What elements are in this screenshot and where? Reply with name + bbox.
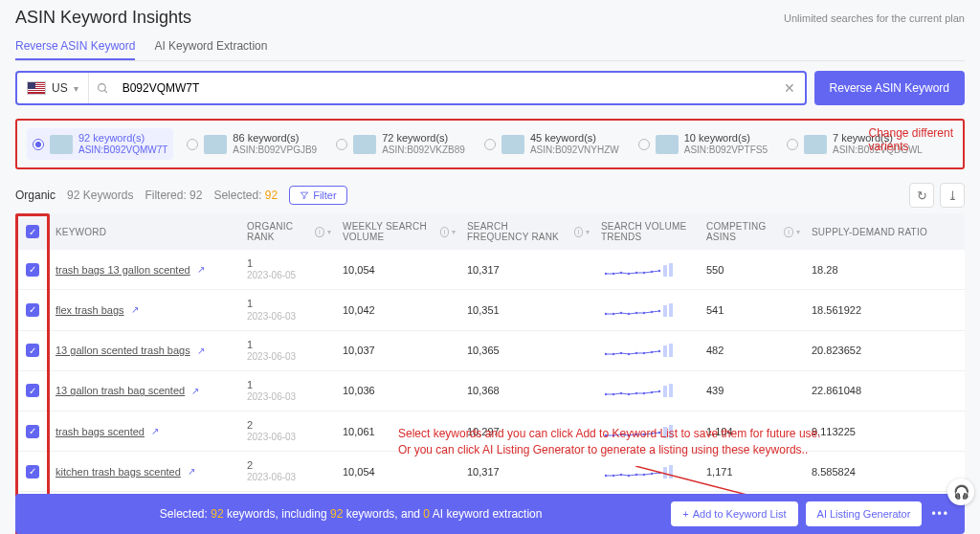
tab-1[interactable]: AI Keyword Extraction xyxy=(154,33,267,60)
variant-asin: ASIN:B092VPGJB9 xyxy=(233,145,317,156)
svg-rect-50 xyxy=(663,427,667,438)
variant-kw-count: 45 keyword(s) xyxy=(530,132,619,145)
variant-card-1[interactable]: 86 keyword(s) ASIN:B092VPGJB9 xyxy=(181,128,323,160)
sfr-value: 10,365 xyxy=(461,337,595,364)
wsv-value: 10,036 xyxy=(337,377,461,404)
sfr-value: 10,368 xyxy=(461,377,595,404)
keyword-link[interactable]: 13 gallon scented trash bags xyxy=(56,345,190,356)
more-menu[interactable]: ••• xyxy=(931,507,949,521)
external-link-icon[interactable]: ↗ xyxy=(197,345,205,356)
rank-date: 2023-06-03 xyxy=(247,311,296,323)
col-keyword[interactable]: KEYWORD xyxy=(56,227,106,237)
sdr-value: 22.861048 xyxy=(806,377,965,404)
row-checkbox[interactable] xyxy=(26,344,39,357)
plan-text: Unlimited searches for the current plan xyxy=(784,12,965,24)
variant-kw-count: 10 keyword(s) xyxy=(684,132,768,145)
svg-rect-40 xyxy=(663,386,667,397)
selected-label: Selected: 92 xyxy=(213,189,278,202)
sfr-value: 10,317 xyxy=(461,256,595,283)
svg-point-0 xyxy=(98,83,105,91)
asin-search-input[interactable] xyxy=(117,73,774,103)
sdr-value: 18.28 xyxy=(806,256,965,283)
ai-listing-generator-button[interactable]: AI Listing Generator xyxy=(806,501,923,526)
rank-date: 2023-06-03 xyxy=(247,432,296,443)
country-select[interactable]: US ▾ xyxy=(17,73,89,103)
variant-card-0[interactable]: 92 keyword(s) ASIN:B092VQMW7T xyxy=(27,128,173,160)
sort-icon[interactable]: ▾ xyxy=(586,228,590,236)
external-link-icon[interactable]: ↗ xyxy=(151,426,159,436)
col-search-frequency-rank[interactable]: SEARCH FREQUENCY RANK xyxy=(467,221,571,242)
external-link-icon[interactable]: ↗ xyxy=(197,264,205,275)
selection-bar: Selected: 92 keywords, including 92 keyw… xyxy=(15,494,965,534)
sparkline xyxy=(601,261,678,278)
info-icon[interactable]: i xyxy=(574,227,583,237)
product-thumb xyxy=(204,135,227,154)
row-checkbox[interactable] xyxy=(26,384,39,397)
organic-label: Organic xyxy=(15,189,56,202)
table-header: KEYWORD ORGANIC RANKi▾ WEEKLY SEARCH VOL… xyxy=(15,213,965,250)
sort-icon[interactable]: ▾ xyxy=(796,228,800,236)
reverse-asin-button[interactable]: Reverse ASIN Keyword xyxy=(814,71,965,105)
external-link-icon[interactable]: ↗ xyxy=(191,386,199,396)
variant-kw-count: 92 keyword(s) xyxy=(78,132,167,145)
refresh-button[interactable]: ↻ xyxy=(909,183,934,208)
add-to-keyword-list-button[interactable]: +Add to Keyword List xyxy=(671,501,797,526)
help-float-button[interactable]: 🎧 xyxy=(947,478,974,505)
tab-0[interactable]: Reverse ASIN Keyword xyxy=(15,33,135,60)
row-checkbox[interactable] xyxy=(26,263,39,277)
keyword-link[interactable]: trash bags 13 gallon scented xyxy=(56,264,190,276)
sfr-value: 10,317 xyxy=(461,458,595,485)
col-weekly-search-volume[interactable]: WEEKLY SEARCH VOLUME xyxy=(343,221,437,242)
info-icon[interactable]: i xyxy=(315,227,324,237)
competing-asins-value: 482 xyxy=(701,337,806,364)
rank-date: 2023-06-03 xyxy=(247,472,296,483)
keyword-link[interactable]: flex trash bags xyxy=(56,304,124,316)
product-thumb xyxy=(656,135,679,154)
col-search-volume-trends: SEARCH VOLUME TRENDS xyxy=(601,221,695,242)
external-link-icon[interactable]: ↗ xyxy=(188,466,195,477)
col-competing-asins[interactable]: COMPETING ASINS xyxy=(706,221,781,242)
variant-asin: ASIN:B092VKZB89 xyxy=(382,145,465,156)
rank-date: 2023-06-05 xyxy=(247,270,296,281)
competing-asins-value: 550 xyxy=(701,256,806,283)
filter-button[interactable]: Filter xyxy=(289,186,346,205)
total-keywords: 92 Keywords xyxy=(67,189,133,202)
row-checkbox[interactable] xyxy=(26,465,39,478)
select-all-checkbox[interactable] xyxy=(26,225,39,238)
external-link-icon[interactable]: ↗ xyxy=(131,304,139,315)
wsv-value: 10,037 xyxy=(337,337,461,364)
product-thumb xyxy=(804,135,827,154)
row-checkbox[interactable] xyxy=(26,425,39,438)
variant-card-2[interactable]: 72 keyword(s) ASIN:B092VKZB89 xyxy=(330,128,471,160)
sort-icon[interactable]: ▾ xyxy=(452,228,456,236)
sdr-value: 18.561922 xyxy=(806,297,965,323)
row-checkbox[interactable] xyxy=(26,303,39,317)
col-supply-demand-ratio[interactable]: SUPPLY-DEMAND RATIO xyxy=(812,227,927,237)
filter-icon xyxy=(300,190,309,200)
info-icon[interactable]: i xyxy=(440,227,449,237)
variant-kw-count: 86 keyword(s) xyxy=(233,132,317,145)
radio-icon xyxy=(484,139,496,150)
keyword-link[interactable]: trash bags scented xyxy=(56,426,145,437)
radio-icon xyxy=(187,139,198,150)
info-icon[interactable]: i xyxy=(784,227,792,237)
sfr-value: 10,297 xyxy=(461,418,595,445)
svg-rect-11 xyxy=(669,263,673,277)
wsv-value: 10,054 xyxy=(337,458,461,485)
table-row: 13 gallon trash bag scented↗ 12023-06-03… xyxy=(15,371,965,412)
variant-card-3[interactable]: 45 keyword(s) ASIN:B092VNYHZW xyxy=(479,128,625,160)
table-row: 13 gallon scented trash bags↗ 12023-06-0… xyxy=(15,331,965,371)
download-button[interactable]: ⤓ xyxy=(940,183,965,208)
svg-rect-41 xyxy=(669,384,673,397)
keyword-link[interactable]: 13 gallon trash bag scented xyxy=(56,385,185,396)
keyword-link[interactable]: kitchen trash bags scented xyxy=(56,466,181,478)
rank-value: 2 xyxy=(247,459,296,472)
col-organic-rank[interactable]: ORGANIC RANK xyxy=(247,221,312,242)
competing-asins-value: 439 xyxy=(701,377,806,404)
wsv-value: 10,061 xyxy=(337,418,461,445)
table-row: trash bags 13 gallon scented↗ 12023-06-0… xyxy=(15,250,965,290)
variant-asin: ASIN:B092VNYHZW xyxy=(530,145,619,156)
clear-icon[interactable]: ✕ xyxy=(774,73,805,103)
variant-card-4[interactable]: 10 keyword(s) ASIN:B092VPTFS5 xyxy=(633,128,773,160)
sort-icon[interactable]: ▾ xyxy=(327,228,331,236)
